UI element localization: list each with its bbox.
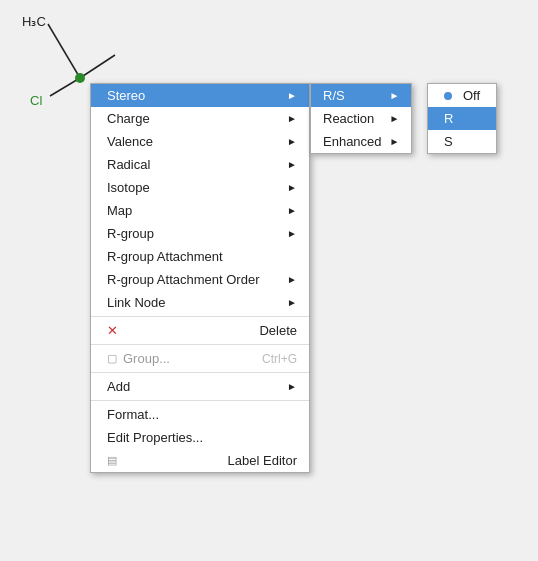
- menu-item-edit-props[interactable]: Edit Properties...: [91, 426, 309, 449]
- submenu-rs-item-off[interactable]: Off: [428, 84, 496, 107]
- submenu-stereo-label-reaction: Reaction: [323, 111, 374, 126]
- submenu-rs-label-s: S: [444, 134, 453, 149]
- submenu-stereo-item-enhanced[interactable]: Enhanced ►: [311, 130, 411, 153]
- divider-4: [91, 400, 309, 401]
- delete-icon: ✕: [107, 323, 118, 338]
- menu-item-map[interactable]: Map ►: [91, 199, 309, 222]
- menu-item-rgroup-attachment-order[interactable]: R-group Attachment Order ►: [91, 268, 309, 291]
- submenu-stereo-item-reaction[interactable]: Reaction ►: [311, 107, 411, 130]
- menu-item-stereo[interactable]: Stereo ►: [91, 84, 309, 107]
- menu-item-valence[interactable]: Valence ►: [91, 130, 309, 153]
- submenu-rs-item-s[interactable]: S: [428, 130, 496, 153]
- submenu-rs-item-r[interactable]: R: [428, 107, 496, 130]
- label-editor-icon: ▤: [107, 454, 117, 467]
- menu-item-add[interactable]: Add ►: [91, 375, 309, 398]
- bond-cl: [50, 78, 80, 96]
- menu-label-rgroup-attachment: R-group Attachment: [107, 249, 223, 264]
- h3c-label: H₃C: [22, 14, 46, 29]
- center-atom[interactable]: [75, 73, 85, 83]
- menu-label-add: Add: [107, 379, 130, 394]
- submenu-stereo-label-rs: R/S: [323, 88, 345, 103]
- menu-item-format[interactable]: Format...: [91, 403, 309, 426]
- group-icon: ▢: [107, 352, 117, 365]
- menu-item-rgroup-attachment[interactable]: R-group Attachment: [91, 245, 309, 268]
- submenu-stereo-item-rs[interactable]: R/S ►: [311, 84, 411, 107]
- arrow-map: ►: [287, 205, 297, 216]
- menu-label-rgroup-attachment-order: R-group Attachment Order: [107, 272, 259, 287]
- arrow-isotope: ►: [287, 182, 297, 193]
- arrow-radical: ►: [287, 159, 297, 170]
- menu-label-edit-props: Edit Properties...: [107, 430, 203, 445]
- bond-1: [48, 24, 80, 78]
- context-menu: Stereo ► Charge ► Valence ► Radical ► Is…: [90, 83, 310, 473]
- dot-off: [444, 92, 452, 100]
- arrow-rs: ►: [390, 90, 400, 101]
- menu-label-rgroup: R-group: [107, 226, 154, 241]
- menu-label-valence: Valence: [107, 134, 153, 149]
- menu-label-radical: Radical: [107, 157, 150, 172]
- arrow-rgroup: ►: [287, 228, 297, 239]
- divider-2: [91, 344, 309, 345]
- divider-3: [91, 372, 309, 373]
- menu-label-delete: Delete: [259, 323, 297, 338]
- menu-item-charge[interactable]: Charge ►: [91, 107, 309, 130]
- divider-1: [91, 316, 309, 317]
- arrow-stereo: ►: [287, 90, 297, 101]
- submenu-stereo-label-enhanced: Enhanced: [323, 134, 382, 149]
- arrow-charge: ►: [287, 113, 297, 124]
- menu-label-map: Map: [107, 203, 132, 218]
- menu-label-group: Group...: [123, 351, 170, 366]
- submenu-rs-label-off: Off: [463, 88, 480, 103]
- menu-label-label-editor: Label Editor: [228, 453, 297, 468]
- arrow-add: ►: [287, 381, 297, 392]
- menu-item-group[interactable]: ▢ Group... Ctrl+G: [91, 347, 309, 370]
- submenu-rs: Off R S: [427, 83, 497, 154]
- menu-label-format: Format...: [107, 407, 159, 422]
- bond-2: [80, 55, 115, 78]
- group-shortcut: Ctrl+G: [262, 352, 297, 366]
- arrow-link-node: ►: [287, 297, 297, 308]
- menu-item-isotope[interactable]: Isotope ►: [91, 176, 309, 199]
- menu-label-charge: Charge: [107, 111, 150, 126]
- menu-label-isotope: Isotope: [107, 180, 150, 195]
- submenu-stereo: R/S ► Reaction ► Enhanced ►: [310, 83, 412, 154]
- arrow-reaction: ►: [390, 113, 400, 124]
- submenu-rs-label-r: R: [444, 111, 453, 126]
- arrow-valence: ►: [287, 136, 297, 147]
- menu-item-rgroup[interactable]: R-group ►: [91, 222, 309, 245]
- arrow-enhanced: ►: [390, 136, 400, 147]
- cl-label: Cl: [30, 93, 42, 108]
- menu-item-link-node[interactable]: Link Node ►: [91, 291, 309, 314]
- menu-label-stereo: Stereo: [107, 88, 145, 103]
- menu-label-link-node: Link Node: [107, 295, 166, 310]
- arrow-rgroup-attachment-order: ►: [287, 274, 297, 285]
- menu-item-delete[interactable]: ✕ Delete: [91, 319, 309, 342]
- menu-item-label-editor[interactable]: ▤ Label Editor: [91, 449, 309, 472]
- menu-item-radical[interactable]: Radical ►: [91, 153, 309, 176]
